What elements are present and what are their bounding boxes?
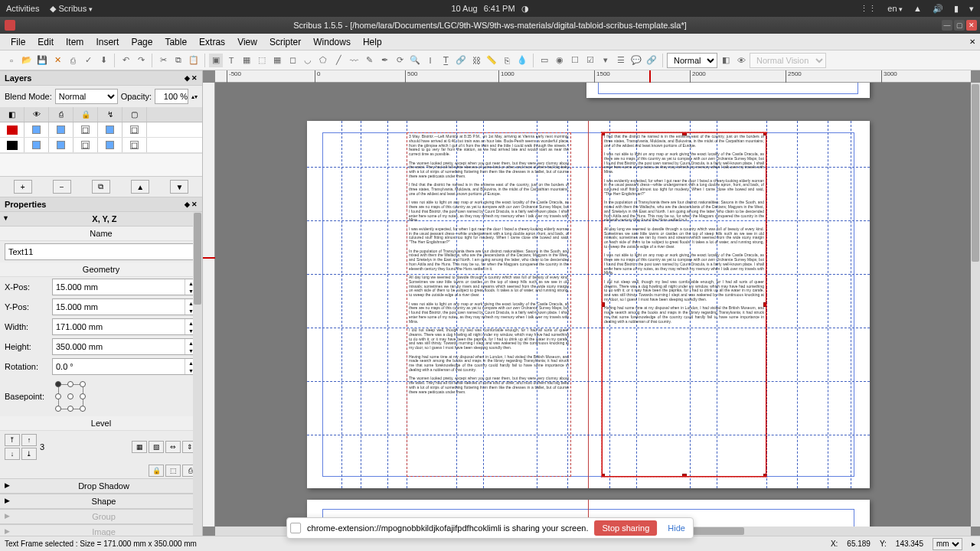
maximize-button[interactable]: ▢ — [954, 20, 965, 31]
open-icon[interactable]: 📂 — [20, 54, 34, 67]
xyz-chevron-icon[interactable]: ▼ — [2, 214, 9, 222]
layer-row[interactable]: ☐ ☐ — [0, 122, 202, 138]
copy-icon[interactable]: ⧉ — [172, 54, 185, 67]
add-layer-button[interactable]: + — [14, 180, 32, 194]
layer-visible-check[interactable] — [32, 126, 41, 134]
pdf-combo-icon[interactable]: ▾ — [599, 54, 612, 67]
layer-lock-check[interactable]: ☐ — [81, 141, 90, 149]
tray-icon[interactable]: ⋮⋮ — [860, 4, 877, 14]
cms-toggle-icon[interactable]: ◧ — [719, 54, 733, 67]
lock-button[interactable]: 🔒 — [149, 465, 164, 477]
preflight-icon[interactable]: ✓ — [81, 54, 95, 67]
close-button[interactable]: ✕ — [966, 20, 977, 31]
app-indicator[interactable]: ◆ Scribus — [50, 4, 92, 14]
stop-sharing-button[interactable]: Stop sharing — [595, 520, 658, 536]
xpos-input[interactable] — [53, 279, 185, 295]
menu-file[interactable]: File — [5, 35, 31, 49]
bezier-icon[interactable]: 〰 — [347, 54, 361, 67]
new-icon[interactable]: ▫ — [5, 54, 18, 67]
shape-icon[interactable]: ◻ — [286, 54, 299, 67]
doc-close-button[interactable]: ✕ — [963, 36, 975, 48]
renderframe-icon[interactable]: ⬚ — [255, 54, 269, 67]
level-up-button[interactable]: ↑ — [21, 434, 37, 446]
menu-page[interactable]: Page — [125, 35, 158, 49]
blend-select[interactable]: Normal — [55, 89, 118, 104]
battery-icon[interactable]: ▮ — [954, 4, 959, 14]
ruler-horizontal[interactable]: -500 0 500 1000 1500 2000 2500 3000 — [215, 70, 971, 83]
pdf-icon[interactable]: ⬇ — [96, 54, 110, 67]
layer-print-check[interactable] — [57, 141, 65, 149]
save-icon[interactable]: 💾 — [35, 54, 49, 67]
activities[interactable]: Activities — [6, 4, 39, 13]
layer-visible-check[interactable] — [32, 141, 41, 149]
link-icon[interactable]: 🔗 — [454, 54, 468, 67]
layer-row[interactable]: ☐ ☐ — [0, 138, 202, 153]
textframe-icon[interactable]: T — [224, 54, 238, 67]
edit-contents-icon[interactable]: I — [423, 54, 437, 67]
chevron-right-icon[interactable]: ▶ — [5, 497, 10, 504]
menu-insert[interactable]: Insert — [90, 35, 125, 49]
layers-shade-icon[interactable]: ◆ — [185, 74, 190, 82]
layer-flow-check[interactable] — [106, 126, 114, 134]
notification-icon[interactable]: ◑ — [521, 4, 529, 14]
layer-down-button[interactable]: ▼ — [170, 180, 188, 194]
section-dropshadow[interactable]: Drop Shadow — [78, 481, 129, 491]
opacity-stepper[interactable]: ▴▾ — [191, 93, 198, 100]
menu-edit[interactable]: Edit — [31, 35, 60, 49]
v-scrollbar[interactable] — [971, 83, 980, 527]
pdf-text-icon[interactable]: ☐ — [568, 54, 582, 67]
preview-mode-select[interactable]: Normal — [667, 53, 717, 68]
layers-close-icon[interactable]: ✕ — [191, 74, 198, 82]
layer-outline-check[interactable]: ☐ — [130, 126, 139, 134]
table-icon[interactable]: ▦ — [270, 54, 284, 67]
layer-flow-check[interactable] — [106, 141, 114, 149]
minimize-button[interactable]: — — [942, 20, 952, 31]
line-icon[interactable]: ╱ — [332, 54, 345, 67]
unit-select[interactable]: mm — [933, 538, 962, 550]
menu-scripter[interactable]: Scripter — [263, 35, 307, 49]
vision-select[interactable]: Normal Vision — [750, 53, 826, 68]
level-bottom-button[interactable]: ⤓ — [21, 448, 37, 460]
hide-share-button[interactable]: Hide — [663, 520, 690, 536]
group-button[interactable]: ▦ — [132, 441, 147, 453]
width-input[interactable] — [53, 319, 185, 334]
rotate-icon[interactable]: ⟳ — [393, 54, 407, 67]
ypos-input[interactable] — [53, 299, 185, 315]
redo-icon[interactable]: ↷ — [134, 54, 148, 67]
level-top-button[interactable]: ⤒ — [5, 434, 20, 446]
text-frame-selected[interactable]: I find that the district he named is in … — [602, 132, 766, 477]
layer-lock-check[interactable]: ☐ — [81, 126, 90, 134]
name-input[interactable] — [5, 243, 198, 260]
menu-view[interactable]: View — [231, 35, 263, 49]
lang-indicator[interactable]: en — [887, 4, 903, 13]
pdf-check-icon[interactable]: ☑ — [583, 54, 597, 67]
preview-icon[interactable]: 👁 — [734, 54, 748, 67]
network-icon[interactable]: ▲ — [913, 4, 922, 13]
rotation-input[interactable] — [53, 359, 185, 374]
status-extra-icon[interactable]: ▸ — [972, 540, 975, 548]
flip-h-button[interactable]: ⇔ — [165, 441, 181, 453]
volume-icon[interactable]: 🔊 — [933, 4, 943, 14]
copyprops-icon[interactable]: ⎘ — [500, 54, 514, 67]
close-icon[interactable]: ✕ — [51, 54, 64, 67]
canvas[interactable]: 3 May. Bistritz.—Left Munich at 8:35 P.M… — [215, 83, 971, 527]
height-input[interactable] — [53, 339, 185, 354]
calligraphy-icon[interactable]: ✒ — [377, 54, 391, 67]
ungroup-button[interactable]: ▧ — [149, 441, 164, 453]
print-icon[interactable]: ⎙ — [66, 54, 80, 67]
text-frame[interactable]: 3 May. Bistritz.—Left Munich at 8:35 P.M… — [407, 132, 571, 477]
freehand-icon[interactable]: ✎ — [362, 54, 376, 67]
chevron-right-icon[interactable]: ▶ — [5, 481, 10, 489]
pdf-list-icon[interactable]: ☰ — [614, 54, 628, 67]
clock-date[interactable]: 10 Aug — [451, 4, 477, 14]
zoom-icon[interactable]: 🔍 — [408, 54, 422, 67]
edit-text-icon[interactable]: T̲ — [439, 54, 452, 67]
basepoint-selector[interactable] — [55, 381, 86, 412]
locksize-button[interactable]: ⬚ — [165, 465, 181, 477]
pdf-push-icon[interactable]: ▭ — [537, 54, 551, 67]
eyedropper-icon[interactable]: 💧 — [515, 54, 529, 67]
layer-up-button[interactable]: ▲ — [131, 180, 149, 194]
imageframe-icon[interactable]: ▦ — [240, 54, 253, 67]
remove-layer-button[interactable]: − — [53, 180, 71, 194]
paste-icon[interactable]: 📋 — [187, 54, 201, 67]
